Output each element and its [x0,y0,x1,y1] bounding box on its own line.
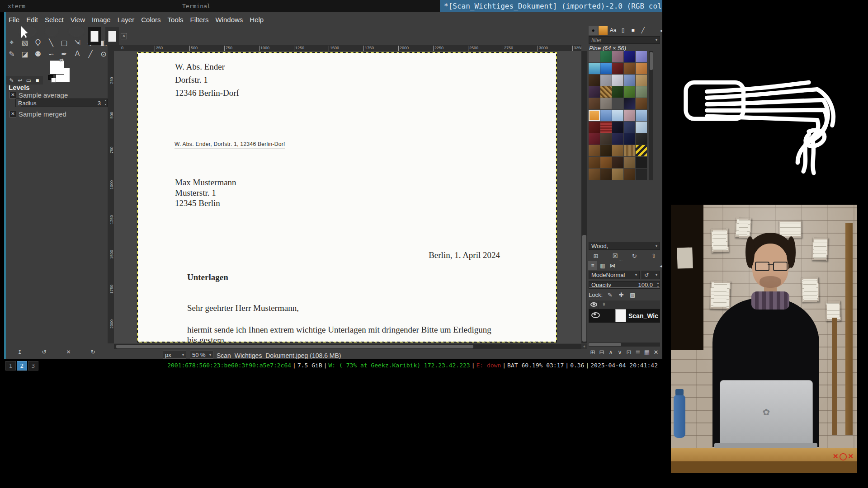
menu-edit[interactable]: Edit [25,15,39,24]
vertical-ruler[interactable]: 25050075010001250150017502000 [108,51,114,343]
measure-tool-icon[interactable]: ╱ [85,49,96,59]
collapse-dock-icon[interactable]: ◂ [657,26,665,34]
pattern-swatch[interactable] [600,98,612,109]
device-status-icon[interactable]: ▭ [25,77,33,84]
pattern-swatch[interactable] [624,145,635,156]
tool-options-icon[interactable]: ✎ [8,77,15,84]
lock-pixels-icon[interactable]: ✎ [606,291,614,299]
canvas-viewport[interactable]: W. Abs. Ender Dorfstr. 1 12346 Berlin-Do… [114,51,581,343]
rect-select-tool-icon[interactable]: ▧ [19,38,30,47]
swap-colors-icon[interactable]: ⇄ [59,57,63,63]
undo-history-icon[interactable]: ↩ [16,77,24,84]
menu-select[interactable]: Select [44,15,65,24]
eraser-tool-icon[interactable]: ◪ [19,49,30,59]
workspace-button-3[interactable]: 3 [28,361,38,371]
pattern-swatch[interactable] [612,157,623,168]
vertical-scrollbar-thumb[interactable] [582,235,586,342]
horizontal-scrollbar[interactable] [114,344,581,349]
menu-image[interactable]: Image [91,15,112,24]
lock-position-icon[interactable]: ✚ [617,291,625,299]
new-layer-button[interactable]: ⊞ [589,348,597,356]
horizontal-scrollbar-thumb[interactable] [116,345,473,348]
pattern-swatch[interactable] [612,86,623,98]
pattern-swatch[interactable] [636,86,647,98]
menu-tools[interactable]: Tools [167,15,184,24]
import-settings-icon[interactable]: ↥ [16,348,24,355]
opacity-spinner[interactable]: ▴▾ [657,281,659,289]
palettes-tab-icon[interactable]: ■ [628,26,637,35]
pattern-swatch[interactable] [600,51,612,62]
layer-visibility-eye-icon[interactable] [591,312,600,320]
pattern-filter-input[interactable]: filter ▾ [589,36,660,44]
paintbrush-tool-icon[interactable]: ✎ [6,49,17,59]
paths-tab-icon[interactable]: ⋈ [608,261,617,270]
delete-brush-icon[interactable]: ☒ [611,252,619,260]
radius-spinner[interactable]: ▴▾ [105,99,106,107]
wm-tab-xterm[interactable]: xterm [8,3,25,9]
pattern-swatch[interactable] [612,133,623,145]
delete-layer-button[interactable]: ✕ [652,348,660,356]
sample-average-checkbox[interactable] [9,92,16,99]
text-tool-icon[interactable]: A [72,49,83,59]
unit-select[interactable]: px ▾ [163,351,186,359]
pattern-swatch[interactable] [636,110,647,121]
pattern-swatch[interactable] [624,63,635,74]
pattern-swatch[interactable] [624,169,635,180]
navigation-button[interactable]: + [581,344,587,349]
lock-alpha-icon[interactable]: ▩ [628,291,637,299]
layer-mode-switch[interactable]: ↺ ▾ [642,271,660,279]
image-tab-active[interactable] [88,27,101,45]
close-tab-button[interactable]: ✕ [121,33,127,39]
delete-settings-icon[interactable]: ✕ [65,348,72,355]
free-select-tool-icon[interactable]: Ϙ [33,38,43,47]
pattern-swatch[interactable] [600,86,612,98]
brushes-tab-icon[interactable]: ● [589,26,598,35]
document-history-tab-icon[interactable]: ▯ [618,26,627,35]
duplicate-brush-icon[interactable]: ⊞ [592,252,600,260]
raise-layer-button[interactable]: ∧ [607,348,615,356]
pattern-swatch[interactable] [600,122,612,133]
reset-settings-icon[interactable]: ↻ [89,348,97,355]
opacity-slider[interactable]: Opacity 100.0 ▴▾ [589,281,660,289]
visibility-column-icon[interactable] [589,300,599,309]
pattern-swatch[interactable] [624,122,635,133]
pattern-swatch[interactable] [636,122,647,133]
pattern-scrollbar-thumb[interactable] [650,52,653,70]
pattern-swatch[interactable] [589,145,600,156]
pattern-swatch[interactable] [624,133,635,145]
workspace-button-2[interactable]: 2 [17,361,27,371]
sample-merged-checkbox[interactable] [9,111,16,117]
menu-file[interactable]: File [8,15,20,24]
smudge-tool-icon[interactable]: ∽ [46,49,57,59]
fonts-tab-icon[interactable]: Aa [609,26,618,35]
pattern-swatch[interactable] [636,51,647,62]
duplicate-layer-button[interactable]: ⊡ [625,348,633,356]
pattern-swatch[interactable] [589,169,600,180]
merge-down-button[interactable]: ≣ [634,348,642,356]
menu-view[interactable]: View [70,15,86,24]
default-colors-white-icon[interactable] [51,78,56,83]
pattern-swatch[interactable] [624,51,635,62]
pattern-swatch[interactable] [589,133,600,145]
layer-thumbnail[interactable] [615,309,626,322]
scanned-document-canvas[interactable]: W. Abs. Ender Dorfstr. 1 12346 Berlin-Do… [138,53,556,342]
horizontal-ruler[interactable]: 0250500750100012501500175020002250250027… [114,45,581,51]
image-tab[interactable] [105,27,119,45]
gradients-tab-icon[interactable]: ╱ [638,26,647,35]
pattern-swatch[interactable] [589,75,600,86]
new-group-button[interactable]: ⊟ [598,348,606,356]
open-as-image-icon[interactable]: ⇧ [650,252,658,260]
add-mask-button[interactable]: ▦ [643,348,651,356]
workspace-button-1[interactable]: 1 [5,361,16,371]
alignment-tool-icon[interactable]: ⌖ [6,38,17,47]
fuzzy-select-tool-icon[interactable]: ╲ [46,38,57,47]
pattern-swatch[interactable] [600,133,612,145]
channels-tab-icon[interactable]: ▥ [598,261,607,270]
pattern-swatch[interactable] [600,169,612,180]
vertical-scrollbar[interactable] [581,51,587,343]
zoom-select[interactable]: 50 % ▾ [190,351,213,359]
pattern-swatch[interactable] [612,110,623,121]
pattern-swatch[interactable] [636,145,647,156]
pattern-swatch[interactable] [600,110,612,121]
link-chain-column-icon[interactable]: ∞ [602,299,607,310]
